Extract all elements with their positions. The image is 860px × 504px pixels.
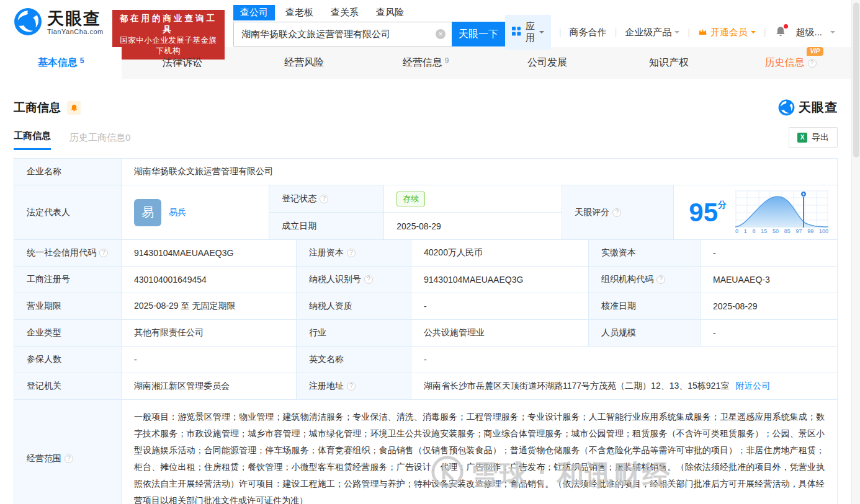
apps-grid-icon <box>512 27 521 38</box>
scrollbar-thumb[interactable] <box>853 2 859 157</box>
tab-intellectual-property[interactable]: 知识产权 <box>608 47 730 79</box>
search-area: 查公司 查老板 查关系 查风险 天眼一下 <box>233 5 505 46</box>
staff-label-cell: 人员规模 <box>589 320 701 346</box>
insured-label-cell: 参保人数 <box>14 347 122 373</box>
help-icon[interactable] <box>320 195 328 203</box>
orgcode-label: 组织机构代码 <box>601 274 653 285</box>
established-value: 2025-08-29 <box>384 213 562 239</box>
chevron-down-icon <box>539 31 544 36</box>
approve-label: 核准日期 <box>601 301 636 312</box>
export-button[interactable]: 导出 <box>789 127 838 148</box>
paidcap-value: - <box>701 240 837 266</box>
tianyan-score-cell: 95 分 <box>674 185 837 239</box>
chevron-down-icon <box>674 31 679 36</box>
menu-enterprise-products[interactable]: 企业级产品 <box>625 27 679 38</box>
tab-label: 基本信息 <box>38 56 78 69</box>
search-button[interactable]: 天眼一下 <box>452 22 505 46</box>
legal-rep-link[interactable]: 易兵 <box>169 207 186 218</box>
open-vip-label: 开通会员 <box>710 27 748 38</box>
table-subrow: 登记状态 存续 <box>269 185 562 213</box>
tab-basic-info[interactable]: 基本信息 5 <box>0 47 122 79</box>
nearby-companies-link[interactable]: 附近公司 <box>735 381 770 392</box>
menu-divider: | <box>615 27 617 37</box>
page-scrollbar[interactable] <box>851 0 860 504</box>
table-row: 企业类型 其他有限责任公司 行业 公共设施管理业 人员规模 - <box>14 320 837 347</box>
search-tab-risk[interactable]: 查风险 <box>369 5 411 20</box>
search-input[interactable] <box>233 22 452 46</box>
authority-label: 登记机关 <box>27 381 61 392</box>
help-icon[interactable] <box>65 454 73 463</box>
chevron-down-icon[interactable] <box>830 31 835 36</box>
industry-value: 公共设施管理业 <box>411 320 589 346</box>
term-label-cell: 营业期限 <box>14 293 122 319</box>
subtab-business-info[interactable]: 工商信息 <box>14 130 51 150</box>
help-icon[interactable] <box>364 275 373 284</box>
tab-label: 经营信息 <box>403 56 442 69</box>
paidcap-label: 实缴资本 <box>601 247 636 259</box>
enterprise-label: 企业级产品 <box>625 27 671 38</box>
tab-history-info[interactable]: 历史信息 VIP <box>730 47 851 79</box>
tab-operation-risk[interactable]: 经营风险 <box>243 47 365 79</box>
uscc-value: 91430104MAEUAAEQ3G <box>122 240 297 266</box>
en-name-label-cell: 英文名称 <box>297 347 411 373</box>
help-icon[interactable] <box>347 249 356 257</box>
chevron-down-icon <box>751 31 756 36</box>
table-row: 统一社会信用代码 91430104MAEUAAEQ3G 注册资本 40200万人… <box>14 240 837 267</box>
menu-divider: | <box>688 27 690 37</box>
subtab-history-business-info[interactable]: 历史工商信息0 <box>69 132 130 150</box>
table-row: 工商注册号 430104001649454 纳税人识别号 91430104MAE… <box>14 267 837 293</box>
search-tab-boss[interactable]: 查老板 <box>279 5 320 20</box>
address-value: 湖南省长沙市岳麓区天顶街道环湖路1177号方茂苑（二期）12、13、15栋921… <box>424 381 729 392</box>
section-watermark-logo: 天眼查 <box>778 99 838 116</box>
tab-legal-litigation[interactable]: 法律诉讼 <box>122 47 243 79</box>
tab-operation-info[interactable]: 经营信息 9 <box>365 47 486 79</box>
help-icon[interactable] <box>808 59 817 68</box>
industry-label: 行业 <box>309 327 326 338</box>
established-label-cell: 成立日期 <box>269 213 384 239</box>
business-scope-value: 一般项目：游览景区管理；物业管理；建筑物清洁服务；专业保洁、清洗、消毒服务；工程… <box>122 400 837 504</box>
tab-label: 经营风险 <box>284 56 324 69</box>
vip-badge: VIP <box>807 47 823 56</box>
authority-label-cell: 登记机关 <box>14 373 122 399</box>
menu-super-vip[interactable]: 超级... <box>795 27 822 38</box>
help-icon[interactable] <box>99 249 108 257</box>
taxid-label: 纳税人识别号 <box>309 274 361 285</box>
search-tab-company[interactable]: 查公司 <box>233 5 275 20</box>
tab-count: 9 <box>445 56 449 65</box>
tianyancha-logo[interactable]: 天眼查 TianYanCha.com <box>14 7 104 38</box>
approve-value: 2025-08-29 <box>701 293 837 319</box>
type-label: 企业类型 <box>27 327 61 338</box>
uscc-label-cell: 统一社会信用代码 <box>14 240 122 266</box>
score-label-cell: 天眼评分 <box>562 185 674 239</box>
subscribe-bell-icon[interactable] <box>67 101 81 115</box>
taxq-value: - <box>411 293 589 319</box>
help-icon[interactable] <box>656 275 665 284</box>
address-cell: 湖南省长沙市岳麓区天顶街道环湖路1177号方茂苑（二期）12、13、15栋921… <box>411 373 837 399</box>
type-value: 其他有限责任公司 <box>122 320 297 346</box>
company-name-value: 湖南华扬联众文旅运营管理有限公司 <box>122 159 837 185</box>
address-label-cell: 注册地址 <box>297 373 411 399</box>
help-icon[interactable] <box>612 208 621 217</box>
table-row: 营业期限 2025-08-29 至 无固定期限 纳税人资质 - 核准日期 202… <box>14 293 837 320</box>
tab-company-development[interactable]: 公司发展 <box>486 47 608 79</box>
table-row: 登记机关 湖南湘江新区管理委员会 注册地址 湖南省长沙市岳麓区天顶街道环湖路11… <box>14 373 837 400</box>
help-icon[interactable] <box>347 382 356 391</box>
company-name-label: 企业名称 <box>14 159 122 185</box>
legal-rep-avatar[interactable]: 易 <box>134 199 161 226</box>
tab-label: 法律诉讼 <box>163 56 202 69</box>
staff-label: 人员规模 <box>601 327 636 338</box>
insured-value: - <box>122 347 297 373</box>
established-label: 成立日期 <box>282 221 316 232</box>
regcap-label-cell: 注册资本 <box>297 240 411 266</box>
score-distribution-chart: 01 815 5085 9799 100 <box>735 190 828 234</box>
notification-bell-icon[interactable] <box>775 25 786 39</box>
paidcap-label-cell: 实缴资本 <box>589 240 701 266</box>
menu-open-vip[interactable]: 开通会员 <box>698 27 756 38</box>
section-title: 工商信息 <box>14 100 61 116</box>
apps-menu[interactable]: 应用 <box>505 15 551 50</box>
menu-business-cooperation[interactable]: 商务合作 <box>570 27 607 38</box>
clear-search-icon[interactable] <box>436 29 446 39</box>
regno-value: 430104001649454 <box>122 267 297 293</box>
brand-domain: TianYanCha.com <box>47 29 104 36</box>
search-tab-relation[interactable]: 查关系 <box>324 5 365 20</box>
